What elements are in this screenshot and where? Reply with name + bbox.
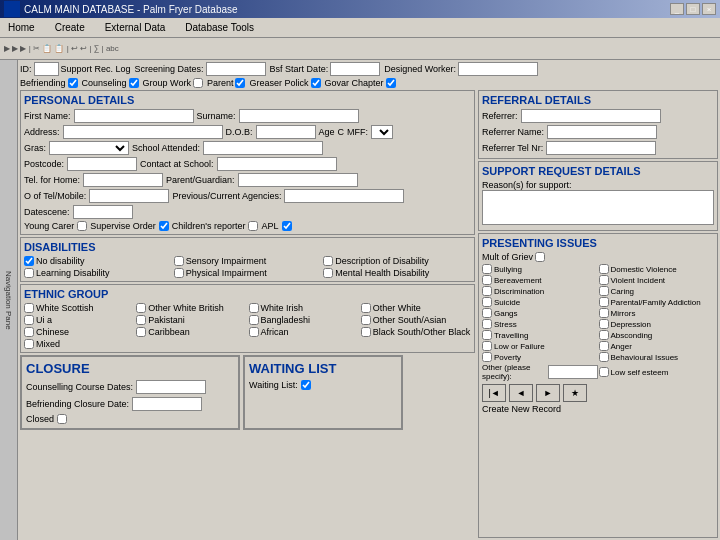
disability-5-checkbox[interactable] [323,268,333,278]
counseling-checkbox[interactable] [129,78,139,88]
disability-1-checkbox[interactable] [174,256,184,266]
pi-4-cb[interactable] [482,286,492,296]
pi-10-cb[interactable] [482,319,492,329]
prev-agencies-input[interactable] [284,189,404,203]
menu-database-tools[interactable]: Database Tools [181,20,258,35]
govar-checkbox[interactable] [386,78,396,88]
pi-19-cb[interactable] [599,367,609,377]
disabilities-title: DISABILITIES [24,241,471,253]
referrer-name-input[interactable] [547,125,657,139]
waiting-list-checkbox[interactable] [301,380,311,390]
greaser-checkbox[interactable] [311,78,321,88]
pi-14-cb[interactable] [482,341,492,351]
ethnic-7-cb[interactable] [361,315,371,325]
apl-checkbox[interactable] [282,221,292,231]
first-name-input[interactable] [74,109,194,123]
tel-home-input[interactable] [83,173,163,187]
prev-record-button[interactable]: ◄ [509,384,533,402]
pi-5-cb[interactable] [599,286,609,296]
ethnic-6-cb[interactable] [249,315,259,325]
pi-11-cb[interactable] [599,319,609,329]
pi-8-cb[interactable] [482,308,492,318]
gras-select[interactable] [49,141,129,155]
id-field-group: ID: Support Rec. Log [20,62,131,76]
disability-item-3: Learning Disability [24,268,172,278]
mff-label: MFF: [347,127,368,137]
pi-18-input[interactable] [548,365,598,379]
pi-9-cb[interactable] [599,308,609,318]
surname-input[interactable] [239,109,359,123]
disability-3-checkbox[interactable] [24,268,34,278]
referrer-input[interactable] [521,109,661,123]
maximize-button[interactable]: □ [686,3,700,15]
ethnic-2-cb[interactable] [249,303,259,313]
ethnic-1-cb[interactable] [136,303,146,313]
pi-7-cb[interactable] [599,297,609,307]
pi-15-cb[interactable] [599,341,609,351]
datescene-input[interactable] [73,205,133,219]
minimize-button[interactable]: _ [670,3,684,15]
disability-0-checkbox[interactable] [24,256,34,266]
pi-3-cb[interactable] [599,275,609,285]
first-record-button[interactable]: |◄ [482,384,506,402]
ethnic-3-cb[interactable] [361,303,371,313]
befriending-closure-input[interactable] [132,397,202,411]
children-reporter-checkbox[interactable] [248,221,258,231]
postcode-input[interactable] [67,157,137,171]
ethnic-12-cb[interactable] [24,339,34,349]
designed-worker-input[interactable] [458,62,538,76]
counseling-course-input[interactable] [136,380,206,394]
referrer-tel-input[interactable] [546,141,656,155]
disability-2-checkbox[interactable] [323,256,333,266]
pi-6-cb[interactable] [482,297,492,307]
mobile-label: O of Tel/Mobile: [24,191,86,201]
parent-guardian-input[interactable] [238,173,358,187]
toolbar: ▶ ▶ ▶ | ✂ 📋 📋 | ↩ ↩ | ∑ | abc [0,38,720,60]
parent-checkbox[interactable] [235,78,245,88]
contact-school-input[interactable] [217,157,337,171]
disability-4-checkbox[interactable] [174,268,184,278]
address-input[interactable] [63,125,223,139]
pi-18-label: Other (please specify): [482,363,546,381]
menu-external-data[interactable]: External Data [101,20,170,35]
pi-13-cb[interactable] [599,330,609,340]
next-record-button[interactable]: ► [536,384,560,402]
ethnic-10-cb[interactable] [249,327,259,337]
menu-home[interactable]: Home [4,20,39,35]
ethnic-9-cb[interactable] [136,327,146,337]
ethnic-4-cb[interactable] [24,315,34,325]
ethnic-11-cb[interactable] [361,327,371,337]
pi-2-cb[interactable] [482,275,492,285]
ethnic-item-3: Other White [361,303,471,313]
ethnic-10-label: African [261,327,289,337]
pi-17-cb[interactable] [599,352,609,362]
disability-4-label: Physical Impairment [186,268,267,278]
ethnic-5-cb[interactable] [136,315,146,325]
id-input[interactable] [34,62,59,76]
children-reporter-label: Children's reporter [172,221,246,231]
ethnic-8-cb[interactable] [24,327,34,337]
pi-12-cb[interactable] [482,330,492,340]
closed-row: Closed [26,414,234,424]
school-input[interactable] [203,141,323,155]
support-reason-textarea[interactable] [482,190,714,225]
mff-select[interactable] [371,125,393,139]
ethnic-0-cb[interactable] [24,303,34,313]
screening-dates-input[interactable] [206,62,266,76]
pi-5-label: Caring [611,287,635,296]
menu-create[interactable]: Create [51,20,89,35]
last-record-button[interactable]: ★ [563,384,587,402]
befriending-checkbox[interactable] [68,78,78,88]
pi-0-cb[interactable] [482,264,492,274]
dob-input[interactable] [256,125,316,139]
supervise-checkbox[interactable] [159,221,169,231]
mult-grie-checkbox[interactable] [535,252,545,262]
bsf-start-input[interactable] [330,62,380,76]
pi-16-cb[interactable] [482,352,492,362]
young-carer-checkbox[interactable] [77,221,87,231]
mobile-input[interactable] [89,189,169,203]
closed-checkbox[interactable] [57,414,67,424]
pi-1-cb[interactable] [599,264,609,274]
group-work-checkbox[interactable] [193,78,203,88]
close-button[interactable]: × [702,3,716,15]
